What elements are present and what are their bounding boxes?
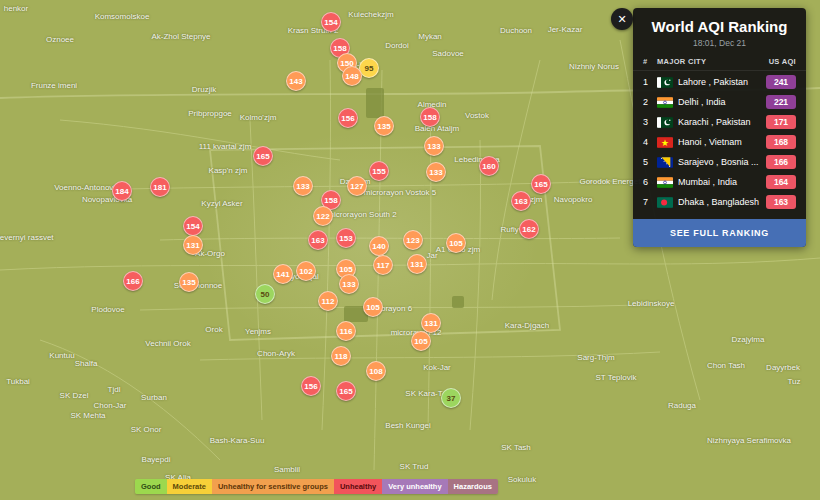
aqi-station-marker[interactable]: 133	[426, 162, 446, 182]
map-place-label: Severnyi rassvet	[0, 233, 54, 242]
flag-icon-in	[657, 177, 673, 188]
map-place-label: Chon-Aryk	[257, 349, 295, 358]
map-place-label: Lebidinskoye	[628, 299, 675, 308]
map-place-label: Komsomolskoe	[95, 12, 150, 21]
map-place-label: SK Trud	[400, 462, 429, 471]
flag-icon-pk	[657, 117, 673, 128]
aqi-station-marker[interactable]: 95	[359, 58, 379, 78]
aqi-legend: GoodModerateUnhealthy for sensitive grou…	[135, 479, 498, 494]
aqi-station-marker[interactable]: 154	[321, 12, 341, 32]
map-place-label: Orok	[205, 325, 222, 334]
aqi-station-marker[interactable]: 133	[424, 136, 444, 156]
aqi-station-marker[interactable]: 123	[403, 230, 423, 250]
map-place-label: Kolmo'zjm	[240, 113, 277, 122]
aqi-badge: 241	[766, 75, 796, 89]
map-place-label: Tjdl	[108, 385, 121, 394]
legend-item: Unhealthy for sensitive groups	[212, 479, 334, 494]
park-area	[366, 88, 384, 118]
ranking-row[interactable]: 4★Hanoi , Vietnam168	[633, 132, 806, 152]
aqi-station-marker[interactable]: 50	[255, 284, 275, 304]
map-place-label: Mykan	[418, 32, 442, 41]
aqi-station-marker[interactable]: 165	[253, 146, 273, 166]
aqi-station-marker[interactable]: 158	[420, 107, 440, 127]
ranking-row[interactable]: 1Lahore , Pakistan241	[633, 72, 806, 92]
map-place-label: Chon-Jar	[94, 401, 127, 410]
aqi-station-marker[interactable]: 154	[183, 216, 203, 236]
aqi-station-marker[interactable]: 105	[446, 233, 466, 253]
aqi-station-marker[interactable]: 163	[308, 230, 328, 250]
aqi-station-marker[interactable]: 166	[123, 271, 143, 291]
map-place-label: Samblil	[274, 465, 300, 474]
aqi-station-marker[interactable]: 143	[286, 71, 306, 91]
close-icon: ✕	[617, 13, 626, 26]
map-place-label: Tukbai	[6, 377, 30, 386]
legend-item: Very unhealthy	[382, 479, 447, 494]
aqi-station-marker[interactable]: 135	[179, 272, 199, 292]
ranking-row[interactable]: 5Sarajevo , Bosnia ...166	[633, 152, 806, 172]
aqi-station-marker[interactable]: 148	[342, 66, 362, 86]
ranking-rows: 1Lahore , Pakistan2412Delhi , India2213K…	[633, 71, 806, 213]
aqi-station-marker[interactable]: 116	[336, 321, 356, 341]
ranking-row[interactable]: 3Karachi , Pakistan171	[633, 112, 806, 132]
map-place-label: Raduga	[668, 401, 696, 410]
map-place-label: Ak-Zhol Stepnye	[151, 32, 210, 41]
panel-timestamp: 18:01, Dec 21	[633, 38, 806, 48]
map-place-label: Dordoi	[385, 41, 409, 50]
aqi-station-marker[interactable]: 131	[407, 254, 427, 274]
ranking-row[interactable]: 7Dhaka , Bangladesh163	[633, 192, 806, 212]
aqi-station-marker[interactable]: 140	[369, 236, 389, 256]
aqi-station-marker[interactable]: 131	[421, 313, 441, 333]
aqi-station-marker[interactable]: 184	[112, 181, 132, 201]
aqi-station-marker[interactable]: 165	[336, 381, 356, 401]
map-place-label: Bash-Kara-Suu	[210, 436, 265, 445]
aqi-station-marker[interactable]: 102	[296, 261, 316, 281]
flag-icon-vn: ★	[657, 137, 673, 148]
aqi-station-marker[interactable]: 163	[511, 191, 531, 211]
aqi-station-marker[interactable]: 117	[373, 255, 393, 275]
ranking-header: # MAJOR CITY US AQI	[633, 55, 806, 71]
map-place-label: SK Onor	[131, 425, 162, 434]
map-place-label: 111 kvartal zjm	[199, 142, 252, 151]
legend-item: Moderate	[167, 479, 212, 494]
aqi-station-marker[interactable]: 156	[301, 376, 321, 396]
map-place-label: ST Teplovik	[595, 373, 636, 382]
aqi-station-marker[interactable]: 181	[150, 177, 170, 197]
aqi-station-marker[interactable]: 105	[411, 331, 431, 351]
aqi-station-marker[interactable]: 153	[336, 228, 356, 248]
aqi-station-marker[interactable]: 133	[339, 274, 359, 294]
aqi-station-marker[interactable]: 37	[441, 388, 461, 408]
park-area	[452, 296, 464, 308]
city-name: Hanoi , Vietnam	[678, 137, 766, 147]
aqi-map[interactable]: henkorKomsomolskoeOznoeeAk-Zhol StepnyeK…	[0, 0, 820, 500]
aqi-station-marker[interactable]: 135	[374, 116, 394, 136]
aqi-badge: 221	[766, 95, 796, 109]
aqi-station-marker[interactable]: 108	[366, 361, 386, 381]
map-place-label: Balen Ataljm	[415, 124, 459, 133]
aqi-station-marker[interactable]: 155	[369, 161, 389, 181]
map-place-label: microrayon Vostok 5	[364, 188, 436, 197]
aqi-station-marker[interactable]: 112	[318, 291, 338, 311]
aqi-station-marker[interactable]: 127	[347, 176, 367, 196]
aqi-station-marker[interactable]: 141	[273, 264, 293, 284]
aqi-station-marker[interactable]: 118	[331, 346, 351, 366]
aqi-badge: 171	[766, 115, 796, 129]
city-name: Delhi , India	[678, 97, 766, 107]
map-place-label: Nizhniy Norus	[569, 62, 619, 71]
close-panel-button[interactable]: ✕	[611, 8, 633, 30]
ranking-row[interactable]: 6Mumbai , India164	[633, 172, 806, 192]
city-name: Lahore , Pakistan	[678, 77, 766, 87]
aqi-station-marker[interactable]: 133	[293, 176, 313, 196]
aqi-station-marker[interactable]: 131	[183, 235, 203, 255]
aqi-station-marker[interactable]: 156	[338, 108, 358, 128]
aqi-station-marker[interactable]: 122	[313, 206, 333, 226]
ranking-row[interactable]: 2Delhi , India221	[633, 92, 806, 112]
aqi-station-marker[interactable]: 162	[519, 219, 539, 239]
map-place-label: Shalfa	[75, 359, 98, 368]
aqi-badge: 164	[766, 175, 796, 189]
aqi-station-marker[interactable]: 165	[531, 174, 551, 194]
map-place-label: SK Mehta	[70, 411, 105, 420]
see-full-ranking-button[interactable]: SEE FULL RANKING	[633, 219, 806, 247]
city-column-header: MAJOR CITY	[657, 57, 769, 66]
aqi-station-marker[interactable]: 105	[363, 297, 383, 317]
aqi-station-marker[interactable]: 160	[479, 156, 499, 176]
